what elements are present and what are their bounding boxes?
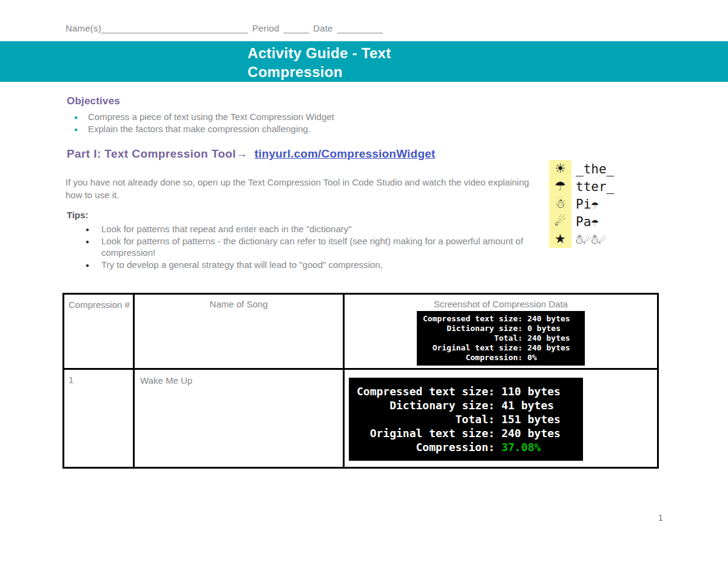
arrow-right-icon: → — [236, 147, 248, 160]
terminal-label: Compression: — [357, 440, 495, 454]
terminal-line: Dictionary size:0 bytes — [423, 324, 579, 333]
part1-heading: Part I: Text Compression Tool→tinyurl.co… — [67, 147, 436, 161]
screenshot-cell: Compressed text size:110 bytes Dictionar… — [344, 369, 658, 468]
tip-text: Look for patterns that repeat and enter … — [101, 224, 352, 234]
compression-table: Compression # Name of Song Screenshot of… — [62, 293, 659, 469]
example-compression-screenshot: Compressed text size:240 bytes Dictionar… — [417, 311, 585, 366]
terminal-label: Total: — [423, 333, 522, 343]
objectives-list: Compress a piece of text using the Text … — [67, 111, 504, 135]
terminal-line: Compressed text size:110 bytes — [357, 384, 577, 398]
terminal-value: 240 bytes — [527, 314, 570, 323]
dictionary-row: ☄ Pa☂ — [549, 213, 614, 230]
tips-list: Look for patterns that repeat and enter … — [67, 223, 540, 270]
star-icon: ★ — [549, 230, 571, 248]
terminal-line: Compression:37.08% — [357, 440, 577, 454]
tip-text: Try to develop a general strategy that w… — [101, 259, 383, 270]
name-period-date-line: Name(s)_____________________________Peri… — [66, 23, 383, 33]
terminal-value: 110 bytes — [501, 385, 561, 398]
title-banner: Activity Guide - Text Compression — [0, 41, 728, 82]
terminal-line: Original text size:240 bytes — [423, 343, 579, 353]
page-number: 1 — [658, 513, 663, 523]
period-blank-line: _____ — [283, 23, 309, 33]
tip-text: Look for patterns of patterns - the dict… — [101, 236, 523, 258]
terminal-value: 0% — [527, 353, 537, 362]
terminal-value: 0 bytes — [527, 324, 561, 333]
terminal-line: Total:151 bytes — [357, 412, 577, 426]
objective-text: Explain the factors that make compressio… — [88, 124, 311, 134]
terminal-value: 151 bytes — [501, 413, 561, 426]
sun-icon: ☀ — [549, 160, 571, 178]
terminal-line: Compressed text size:240 bytes — [423, 314, 579, 324]
terminal-line: Total:240 bytes — [423, 333, 579, 343]
compression-number-cell: 1 — [64, 369, 134, 468]
objective-item: Compress a piece of text using the Text … — [67, 111, 504, 123]
terminal-label: Original text size: — [423, 343, 522, 353]
document-title-line2: Compression — [248, 62, 728, 81]
song-name-cell: Wake Me Up — [134, 369, 344, 468]
terminal-label: Compressed text size: — [423, 314, 522, 324]
part1-heading-text: Part I: Text Compression Tool — [67, 147, 236, 160]
part1-intro-paragraph: If you have not already done so, open up… — [66, 176, 542, 201]
terminal-label: Total: — [357, 412, 495, 426]
worksheet-page: Name(s)_____________________________Peri… — [0, 0, 728, 562]
tip-item: Look for patterns of patterns - the dict… — [67, 235, 540, 259]
period-label: Period — [252, 23, 280, 33]
compression-widget-link[interactable]: tinyurl.com/CompressionWidget — [254, 147, 435, 160]
comet-icon: ☄ — [549, 213, 571, 230]
umbrella-icon: ☂ — [549, 178, 571, 195]
header-compression-number: Compression # — [64, 294, 134, 369]
name-label: Name(s) — [66, 23, 101, 33]
dictionary-entry-text: tter_ — [576, 179, 614, 194]
objective-text: Compress a piece of text using the Text … — [88, 112, 334, 122]
dictionary-entry-text: Pi☂ — [576, 197, 599, 212]
terminal-label: Dictionary size: — [423, 324, 522, 333]
table-header-row: Compression # Name of Song Screenshot of… — [64, 294, 658, 369]
header-name-of-song: Name of Song — [134, 294, 344, 369]
dictionary-entry-text: Pa☂ — [576, 215, 599, 229]
terminal-label: Dictionary size: — [357, 398, 495, 412]
date-label: Date — [313, 23, 333, 33]
terminal-value: 240 bytes — [501, 427, 561, 440]
terminal-line: Compression:0% — [423, 353, 579, 363]
header-screenshot: Screenshot of Compression Data Compresse… — [344, 294, 658, 369]
snowman-icon: ☃ — [549, 195, 571, 213]
objective-item: Explain the factors that make compressio… — [67, 123, 504, 135]
terminal-line: Dictionary size:41 bytes — [357, 398, 577, 412]
dictionary-example-figure: ☀ _the_ ☂ tter_ ☃ Pi☂ ☄ Pa☂ ★ ☃☄☃☄ — [549, 160, 614, 248]
terminal-value: 41 bytes — [501, 399, 554, 412]
dictionary-row: ☃ Pi☂ — [549, 195, 614, 213]
compression-percentage-value: 37.08% — [501, 441, 541, 453]
terminal-label: Compressed text size: — [357, 384, 495, 398]
terminal-value: 240 bytes — [527, 333, 570, 343]
dictionary-entry-text: ☃☄☃☄ — [576, 232, 607, 247]
document-title-line1: Activity Guide - Text — [248, 44, 728, 62]
dictionary-row: ☀ _the_ — [549, 160, 614, 178]
dictionary-row: ★ ☃☄☃☄ — [549, 230, 614, 248]
dictionary-entry-text: _the_ — [576, 162, 614, 176]
dictionary-row: ☂ tter_ — [549, 178, 614, 195]
terminal-label: Compression: — [423, 353, 522, 363]
tip-item: Look for patterns that repeat and enter … — [67, 223, 540, 235]
date-blank-line: _________ — [337, 23, 383, 33]
tips-label: Tips: — [67, 210, 89, 220]
name-blank-line: _____________________________ — [101, 23, 248, 33]
terminal-label: Original text size: — [357, 426, 495, 440]
terminal-line: Original text size:240 bytes — [357, 426, 577, 440]
terminal-value: 240 bytes — [527, 343, 570, 352]
compression-data-screenshot: Compressed text size:110 bytes Dictionar… — [349, 378, 583, 461]
objectives-heading: Objectives — [67, 95, 120, 107]
document-title: Activity Guide - Text Compression — [0, 41, 728, 81]
tip-item: Try to develop a general strategy that w… — [67, 259, 540, 271]
header-screenshot-label: Screenshot of Compression Data — [345, 299, 657, 309]
table-row: 1 Wake Me Up Compressed text size:110 by… — [64, 369, 658, 468]
